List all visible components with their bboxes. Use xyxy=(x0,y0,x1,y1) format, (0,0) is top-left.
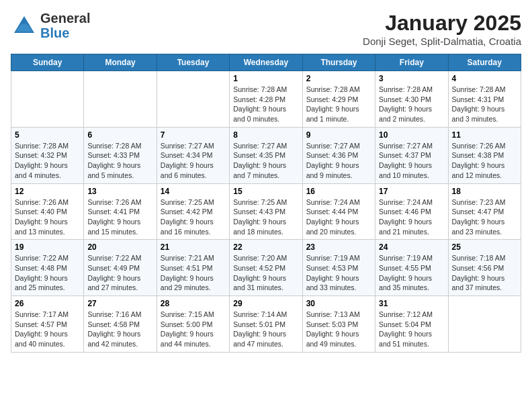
day-info: Sunrise: 7:22 AMSunset: 4:49 PMDaylight:… xyxy=(87,253,152,293)
weekday-header-row: SundayMondayTuesdayWednesdayThursdayFrid… xyxy=(11,54,521,71)
day-info: Sunrise: 7:28 AMSunset: 4:31 PMDaylight:… xyxy=(452,85,517,124)
day-info: Sunrise: 7:24 AMSunset: 4:44 PMDaylight:… xyxy=(306,197,371,237)
calendar-table: SundayMondayTuesdayWednesdayThursdayFrid… xyxy=(11,54,521,353)
calendar-cell: 13Sunrise: 7:26 AMSunset: 4:41 PMDayligh… xyxy=(84,183,157,240)
logo-general: General xyxy=(40,11,90,26)
day-number: 4 xyxy=(452,74,517,83)
calendar-week-row: 5Sunrise: 7:28 AMSunset: 4:32 PMDaylight… xyxy=(11,127,521,183)
calendar-cell: 10Sunrise: 7:27 AMSunset: 4:37 PMDayligh… xyxy=(375,127,448,183)
day-number: 29 xyxy=(233,299,298,308)
calendar-cell: 11Sunrise: 7:26 AMSunset: 4:38 PMDayligh… xyxy=(448,127,521,183)
calendar-cell: 7Sunrise: 7:27 AMSunset: 4:34 PMDaylight… xyxy=(157,127,229,183)
day-info: Sunrise: 7:28 AMSunset: 4:29 PMDaylight:… xyxy=(306,85,371,124)
day-info: Sunrise: 7:21 AMSunset: 4:51 PMDaylight:… xyxy=(161,253,226,293)
day-number: 7 xyxy=(161,130,226,140)
calendar-cell xyxy=(11,71,84,128)
day-info: Sunrise: 7:26 AMSunset: 4:40 PMDaylight:… xyxy=(15,197,80,237)
day-info: Sunrise: 7:14 AMSunset: 5:01 PMDaylight:… xyxy=(233,310,298,349)
day-number: 8 xyxy=(233,130,298,140)
calendar-week-row: 12Sunrise: 7:26 AMSunset: 4:40 PMDayligh… xyxy=(11,183,521,240)
logo-icon xyxy=(11,13,38,40)
day-info: Sunrise: 7:27 AMSunset: 4:37 PMDaylight:… xyxy=(379,141,444,181)
day-info: Sunrise: 7:17 AMSunset: 4:57 PMDaylight:… xyxy=(15,310,80,349)
day-number: 31 xyxy=(379,299,444,308)
day-number: 5 xyxy=(15,130,80,140)
calendar-cell: 9Sunrise: 7:27 AMSunset: 4:36 PMDaylight… xyxy=(302,127,375,183)
weekday-header: Friday xyxy=(375,54,448,71)
day-info: Sunrise: 7:28 AMSunset: 4:32 PMDaylight:… xyxy=(15,141,80,181)
logo: General Blue xyxy=(11,11,90,40)
day-number: 26 xyxy=(15,299,80,308)
calendar-cell: 29Sunrise: 7:14 AMSunset: 5:01 PMDayligh… xyxy=(230,296,302,353)
calendar-cell: 14Sunrise: 7:25 AMSunset: 4:42 PMDayligh… xyxy=(157,183,229,240)
calendar-week-row: 26Sunrise: 7:17 AMSunset: 4:57 PMDayligh… xyxy=(11,296,521,353)
day-number: 17 xyxy=(379,187,444,196)
weekday-header: Monday xyxy=(84,54,157,71)
day-info: Sunrise: 7:28 AMSunset: 4:30 PMDaylight:… xyxy=(379,85,444,124)
day-number: 21 xyxy=(161,242,226,252)
day-info: Sunrise: 7:24 AMSunset: 4:46 PMDaylight:… xyxy=(379,197,444,237)
calendar-title: January 2025 xyxy=(363,11,521,36)
calendar-cell: 30Sunrise: 7:13 AMSunset: 5:03 PMDayligh… xyxy=(302,296,375,353)
page-header: General Blue January 2025 Donji Seget, S… xyxy=(11,11,521,47)
calendar-cell: 2Sunrise: 7:28 AMSunset: 4:29 PMDaylight… xyxy=(302,71,375,128)
day-number: 20 xyxy=(87,242,152,252)
day-info: Sunrise: 7:25 AMSunset: 4:42 PMDaylight:… xyxy=(161,197,226,237)
calendar-cell: 21Sunrise: 7:21 AMSunset: 4:51 PMDayligh… xyxy=(157,240,229,296)
day-info: Sunrise: 7:20 AMSunset: 4:52 PMDaylight:… xyxy=(233,253,298,293)
weekday-header: Saturday xyxy=(448,54,521,71)
day-info: Sunrise: 7:28 AMSunset: 4:33 PMDaylight:… xyxy=(87,141,152,181)
calendar-cell xyxy=(84,71,157,128)
day-info: Sunrise: 7:26 AMSunset: 4:38 PMDaylight:… xyxy=(452,141,517,181)
weekday-header: Wednesday xyxy=(230,54,302,71)
day-number: 16 xyxy=(306,187,371,196)
day-info: Sunrise: 7:27 AMSunset: 4:34 PMDaylight:… xyxy=(161,141,226,181)
day-info: Sunrise: 7:19 AMSunset: 4:53 PMDaylight:… xyxy=(306,253,371,293)
calendar-cell: 24Sunrise: 7:19 AMSunset: 4:55 PMDayligh… xyxy=(375,240,448,296)
day-info: Sunrise: 7:25 AMSunset: 4:43 PMDaylight:… xyxy=(233,197,298,237)
day-number: 6 xyxy=(87,130,152,140)
day-number: 2 xyxy=(306,74,371,83)
day-number: 24 xyxy=(379,242,444,252)
calendar-cell: 25Sunrise: 7:18 AMSunset: 4:56 PMDayligh… xyxy=(448,240,521,296)
calendar-cell: 1Sunrise: 7:28 AMSunset: 4:28 PMDaylight… xyxy=(230,71,302,128)
day-info: Sunrise: 7:27 AMSunset: 4:35 PMDaylight:… xyxy=(233,141,298,181)
day-number: 9 xyxy=(306,130,371,140)
calendar-cell: 16Sunrise: 7:24 AMSunset: 4:44 PMDayligh… xyxy=(302,183,375,240)
day-number: 15 xyxy=(233,187,298,196)
calendar-cell: 4Sunrise: 7:28 AMSunset: 4:31 PMDaylight… xyxy=(448,71,521,128)
day-number: 19 xyxy=(15,242,80,252)
day-number: 13 xyxy=(87,187,152,196)
logo-blue: Blue xyxy=(40,26,69,40)
day-number: 25 xyxy=(452,242,517,252)
calendar-week-row: 19Sunrise: 7:22 AMSunset: 4:48 PMDayligh… xyxy=(11,240,521,296)
weekday-header: Thursday xyxy=(302,54,375,71)
calendar-week-row: 1Sunrise: 7:28 AMSunset: 4:28 PMDaylight… xyxy=(11,71,521,128)
day-info: Sunrise: 7:22 AMSunset: 4:48 PMDaylight:… xyxy=(15,253,80,293)
calendar-subtitle: Donji Seget, Split-Dalmatia, Croatia xyxy=(363,36,521,47)
day-number: 11 xyxy=(452,130,517,140)
calendar-cell: 26Sunrise: 7:17 AMSunset: 4:57 PMDayligh… xyxy=(11,296,84,353)
day-number: 27 xyxy=(87,299,152,308)
day-info: Sunrise: 7:27 AMSunset: 4:36 PMDaylight:… xyxy=(306,141,371,181)
calendar-cell: 22Sunrise: 7:20 AMSunset: 4:52 PMDayligh… xyxy=(230,240,302,296)
day-info: Sunrise: 7:26 AMSunset: 4:41 PMDaylight:… xyxy=(87,197,152,237)
calendar-cell: 31Sunrise: 7:12 AMSunset: 5:04 PMDayligh… xyxy=(375,296,448,353)
weekday-header: Tuesday xyxy=(157,54,229,71)
calendar-cell: 19Sunrise: 7:22 AMSunset: 4:48 PMDayligh… xyxy=(11,240,84,296)
title-block: January 2025 Donji Seget, Split-Dalmatia… xyxy=(363,11,521,47)
day-info: Sunrise: 7:16 AMSunset: 4:58 PMDaylight:… xyxy=(87,310,152,349)
calendar-cell xyxy=(448,296,521,353)
day-number: 23 xyxy=(306,242,371,252)
calendar-cell: 3Sunrise: 7:28 AMSunset: 4:30 PMDaylight… xyxy=(375,71,448,128)
day-info: Sunrise: 7:23 AMSunset: 4:47 PMDaylight:… xyxy=(452,197,517,237)
day-number: 22 xyxy=(233,242,298,252)
day-number: 12 xyxy=(15,187,80,196)
calendar-cell: 15Sunrise: 7:25 AMSunset: 4:43 PMDayligh… xyxy=(230,183,302,240)
calendar-cell: 5Sunrise: 7:28 AMSunset: 4:32 PMDaylight… xyxy=(11,127,84,183)
calendar-cell: 23Sunrise: 7:19 AMSunset: 4:53 PMDayligh… xyxy=(302,240,375,296)
day-number: 30 xyxy=(306,299,371,308)
calendar-cell: 27Sunrise: 7:16 AMSunset: 4:58 PMDayligh… xyxy=(84,296,157,353)
calendar-cell xyxy=(157,71,229,128)
calendar-cell: 20Sunrise: 7:22 AMSunset: 4:49 PMDayligh… xyxy=(84,240,157,296)
